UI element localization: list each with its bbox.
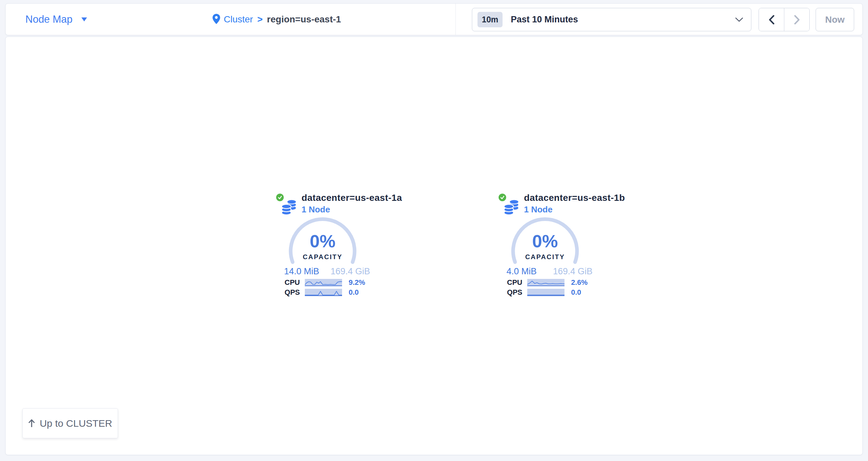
cpu-sparkline xyxy=(527,279,564,286)
datacenter-node-count[interactable]: 1 Node xyxy=(302,204,330,215)
capacity-total: 169.4 GiB xyxy=(331,266,370,276)
cpu-label: CPU xyxy=(283,278,300,287)
up-to-cluster-button[interactable]: Up to CLUSTER xyxy=(23,408,118,438)
time-nav-group xyxy=(758,8,810,31)
cpu-metric-row: CPU 2.6% xyxy=(499,278,597,287)
time-range-select[interactable]: 10m Past 10 Minutes xyxy=(472,8,751,31)
qps-sparkline xyxy=(305,289,342,296)
capacity-used: 14.0 MiB xyxy=(284,266,319,276)
breadcrumb-current: region=us-east-1 xyxy=(267,14,341,25)
time-prev-button[interactable] xyxy=(759,8,784,31)
cpu-label: CPU xyxy=(506,278,522,287)
cpu-value: 2.6% xyxy=(571,278,588,287)
capacity-total: 169.4 GiB xyxy=(553,266,592,276)
qps-label: QPS xyxy=(283,289,300,296)
breadcrumb-separator: > xyxy=(257,14,262,25)
database-stack-icon xyxy=(281,200,298,216)
healthy-check-icon xyxy=(498,193,507,202)
time-range-badge: 10m xyxy=(477,12,502,27)
capacity-label: CAPACITY xyxy=(286,253,359,261)
capacity-percentage: 0% xyxy=(286,232,359,250)
cpu-value: 9.2% xyxy=(349,278,365,287)
now-button[interactable]: Now xyxy=(816,8,854,31)
caret-down-icon xyxy=(82,18,87,22)
cpu-sparkline xyxy=(305,279,342,286)
breadcrumb-cluster-link[interactable]: Cluster xyxy=(224,14,253,25)
arrow-up-icon xyxy=(28,419,35,428)
header-divider xyxy=(456,4,456,35)
datacenter-name: datacenter=us-east-1b xyxy=(524,193,625,203)
qps-sparkline xyxy=(527,289,564,296)
capacity-percentage: 0% xyxy=(508,232,582,250)
qps-label: QPS xyxy=(506,289,522,296)
view-selector-dropdown[interactable]: Node Map xyxy=(25,4,87,35)
cpu-metric-row: CPU 9.2% xyxy=(276,278,375,287)
datacenter-card[interactable]: datacenter=us-east-1a 1 Node 0% CAPACITY… xyxy=(276,193,375,301)
datacenter-name: datacenter=us-east-1a xyxy=(302,193,402,203)
chevron-left-icon xyxy=(769,15,774,24)
node-map-page: Node Map Cluster > region=us-east-1 10m … xyxy=(0,0,868,461)
qps-value: 0.0 xyxy=(349,289,359,296)
top-bar: Node Map Cluster > region=us-east-1 10m … xyxy=(5,3,863,35)
qps-value: 0.0 xyxy=(571,289,581,296)
breadcrumb: Cluster > region=us-east-1 xyxy=(213,4,341,35)
datacenter-card[interactable]: datacenter=us-east-1b 1 Node 0% CAPACITY… xyxy=(499,193,597,301)
capacity-used: 4.0 MiB xyxy=(506,266,537,276)
qps-metric-row: QPS 0.0 xyxy=(499,289,597,296)
time-next-button[interactable] xyxy=(784,8,809,31)
capacity-label: CAPACITY xyxy=(508,253,582,261)
location-pin-icon xyxy=(213,14,220,24)
time-range-label: Past 10 Minutes xyxy=(511,14,578,25)
chevron-right-icon xyxy=(794,15,800,24)
view-selector-label: Node Map xyxy=(25,13,72,25)
datacenter-node-count[interactable]: 1 Node xyxy=(524,204,553,215)
up-to-cluster-label: Up to CLUSTER xyxy=(39,418,112,429)
node-map-canvas xyxy=(5,37,863,455)
healthy-check-icon xyxy=(276,193,284,202)
database-stack-icon xyxy=(503,200,520,216)
chevron-down-icon xyxy=(735,18,743,22)
qps-metric-row: QPS 0.0 xyxy=(276,289,375,296)
